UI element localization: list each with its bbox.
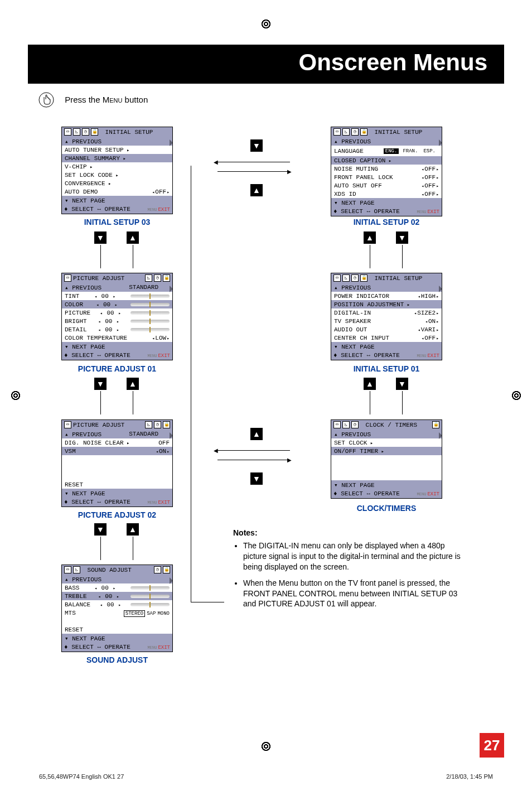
menu-row: ▴ PREVIOUSSTANDARD <box>62 283 172 292</box>
menu-row: ▾ NEXT PAGE <box>62 342 172 351</box>
menu-row: PICTURE 00 <box>62 308 172 317</box>
menu-row: MTSSTEREOSAPMONO <box>62 609 172 617</box>
menu-row: DETAIL 00 <box>62 325 172 334</box>
menu-row: TREBLE 00 <box>62 592 172 600</box>
lock-icon: 🔒 <box>360 274 367 282</box>
menu-row: COLOR 00 <box>62 300 172 308</box>
menu-row: CONVERGENCE <box>62 179 172 187</box>
menu-row: ▾ NEXT PAGE <box>62 196 172 205</box>
menu-title: ▭PICTURE ADJUST◺◷🔒 <box>62 273 172 283</box>
down-arrow-icon: ▼ <box>396 378 408 390</box>
tab-icon: ▭ <box>64 274 71 282</box>
menu-row: XDS IDOFF <box>331 190 442 198</box>
caption-sound-adjust: SOUND ADJUST <box>61 655 173 664</box>
menu-row: CENTER CH INPUTOFF <box>331 334 442 342</box>
tab-icon: ◺ <box>342 274 350 282</box>
tab-icon: ◺ <box>145 274 152 282</box>
press-hand-icon <box>38 91 55 110</box>
arrowhead-icon: ◀ <box>214 159 218 165</box>
note-item: The DIGITAL-IN menu can only be displaye… <box>243 541 467 572</box>
up-arrow-icon: ▲ <box>364 231 376 244</box>
up-arrow-icon: ▲ <box>250 184 263 196</box>
menu-row: ▾ NEXT PAGE <box>62 634 172 643</box>
menu-row <box>62 455 172 464</box>
menu-row: SET CLOCK <box>331 438 442 447</box>
flow-line <box>133 245 133 268</box>
page-title: Onscreen Menus <box>28 49 504 76</box>
clock-icon: ◷ <box>82 128 89 136</box>
registration-mark-icon <box>260 18 272 30</box>
menu-row <box>62 464 172 472</box>
registration-mark-icon <box>260 741 272 752</box>
menu-row: AUTO DEMOOFF <box>62 187 172 196</box>
menu-row: TINT 00 <box>62 292 172 300</box>
footer-right: 2/18/03, 1:45 PM <box>446 773 493 780</box>
tab-icon: ◺ <box>73 566 80 573</box>
up-arrow-icon: ▲ <box>364 378 376 390</box>
down-arrow-icon: ▼ <box>396 231 408 244</box>
flow-line <box>133 391 133 414</box>
menu-row: POWER INDICATORHIGH <box>331 292 442 300</box>
caption-picture-adjust-01: PICTURE ADJUST 01 <box>61 364 173 373</box>
bracket-line <box>191 602 224 602</box>
clock-icon: ◷ <box>351 274 359 282</box>
flow-line <box>217 460 290 460</box>
menu-title: ▭◺◷🔒 INITIAL SETUP <box>62 127 172 137</box>
menu-initial-setup-02: ▭◺◷🔒 INITIAL SETUP ▴ PREVIOUSLANGUAGEENG… <box>331 127 442 216</box>
down-arrow-icon: ▼ <box>250 139 263 152</box>
lock-icon: 🔒 <box>432 421 439 428</box>
registration-mark-icon <box>10 390 21 401</box>
menu-clock-timers: ▭◺◷ CLOCK / TIMERS🔒 ▴ PREVIOUSSET CLOCKO… <box>331 419 442 499</box>
arrowhead-icon: ▶ <box>287 168 292 175</box>
menu-row: COLOR TEMPERATURELOW <box>62 334 172 342</box>
menu-row <box>331 472 442 480</box>
tab-icon: ▭ <box>333 421 341 428</box>
down-arrow-icon: ▼ <box>94 231 107 244</box>
menu-row: ▴ PREVIOUS <box>331 137 442 146</box>
menu-row: RESET <box>62 625 172 634</box>
menu-row: ▴ PREVIOUSSTANDARD <box>62 430 172 438</box>
menu-initial-setup-01: ▭◺◷🔒 INITIAL SETUP ▴ PREVIOUSPOWER INDIC… <box>331 273 442 360</box>
press-menu-instruction: Press the Menu button <box>28 91 504 110</box>
menu-row: BRIGHT 00 <box>62 317 172 325</box>
clock-icon: ◷ <box>154 274 161 282</box>
flow-line <box>133 537 133 560</box>
menu-sound-adjust: ▭◺ SOUND ADJUST◷🔒 ▴ PREVIOUSBASS 00 TREB… <box>61 565 173 652</box>
menu-row <box>331 455 442 464</box>
menu-row: ▾ NEXT PAGE <box>331 480 442 489</box>
press-text-key: Menu <box>103 95 123 104</box>
arrowhead-icon: ▶ <box>287 457 292 463</box>
flow-line <box>217 171 290 172</box>
flow-line <box>100 245 101 268</box>
menu-row: ▾ NEXT PAGE <box>62 489 172 498</box>
flow-line <box>100 391 101 414</box>
flow-line <box>402 391 403 414</box>
down-arrow-icon: ▼ <box>94 523 107 536</box>
menu-row: TV SPEAKERON <box>331 317 442 325</box>
menu-picture-adjust-02: ▭PICTURE ADJUST◺◷🔒 ▴ PREVIOUSSTANDARDDIG… <box>61 419 173 507</box>
menu-initial-setup-03: ▭◺◷🔒 INITIAL SETUP ▴ PREVIOUSAUTO TUNER … <box>61 127 173 214</box>
caption-clock-timers: CLOCK/TIMERS <box>331 504 442 513</box>
menu-row <box>331 464 442 472</box>
menu-picture-adjust-01: ▭PICTURE ADJUST◺◷🔒 ▴ PREVIOUSSTANDARDTIN… <box>61 273 173 360</box>
menu-row: VSMON <box>62 447 172 455</box>
menu-row: BASS 00 <box>62 583 172 592</box>
tab-icon: ▭ <box>64 421 71 428</box>
menu-row: V-CHIP <box>62 162 172 171</box>
lock-icon: 🔒 <box>360 128 367 136</box>
up-arrow-icon: ▲ <box>127 378 139 390</box>
menu-row: BALANCE 00 <box>62 600 172 609</box>
tab-icon: ◺ <box>145 421 152 428</box>
notes-heading: Notes: <box>233 528 467 537</box>
flow-line <box>402 245 403 268</box>
flow-line <box>217 450 290 451</box>
footer-left: 65,56,48WP74 English OK1 27 <box>39 773 124 780</box>
tab-icon: ▭ <box>64 128 71 136</box>
flow-line <box>370 391 370 414</box>
lock-icon: 🔒 <box>163 421 170 428</box>
flow-line <box>100 537 101 560</box>
tab-icon: ▭ <box>333 128 341 136</box>
menu-row: ▾ NEXT PAGE <box>331 342 442 351</box>
lock-icon: 🔒 <box>163 566 170 573</box>
lock-icon: 🔒 <box>163 274 170 282</box>
